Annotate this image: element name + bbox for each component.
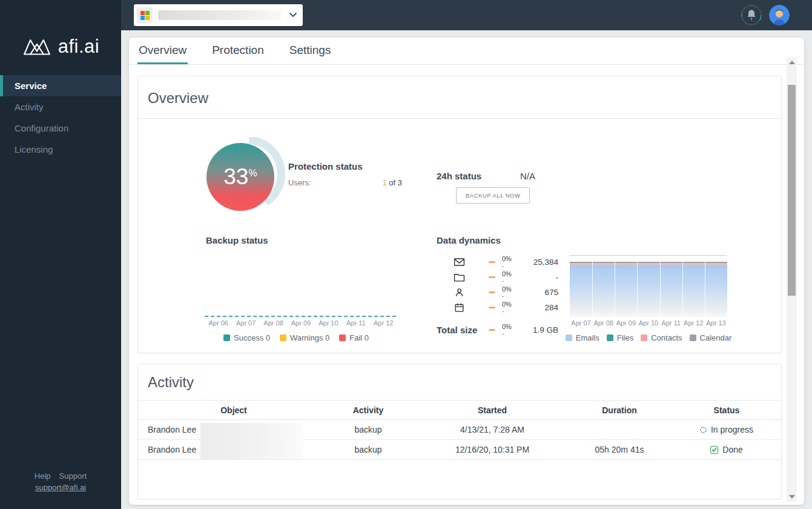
files-swatch-icon (607, 334, 613, 341)
user-avatar[interactable] (769, 5, 790, 25)
status-24h-block: 24h status N/A BACKUP ALL NOW (437, 171, 576, 204)
backup-chart-legend: Success 0 Warnings 0 Fail 0 (223, 333, 369, 342)
sidebar-item-activity[interactable]: Activity (0, 96, 121, 118)
change-percent: 0%- (502, 256, 530, 269)
contacts-count: 675 (530, 288, 558, 297)
change-dash-icon (481, 307, 502, 308)
warnings-swatch-icon (280, 334, 286, 341)
support-email-link[interactable]: support@afi.ai (35, 483, 86, 492)
tick-label: Apr 10 (315, 319, 342, 327)
sidebar-item-service[interactable]: Service (0, 75, 121, 96)
area-chart-legend: Emails Files Contacts Calendar (570, 333, 727, 342)
protection-percent: 33% (223, 164, 257, 190)
area-chart-x-axis: Apr 07 Apr 08 Apr 09 Apr 10 Apr 11 Apr 1… (570, 319, 727, 327)
duration-cell: 05h 20m 41s (568, 445, 671, 454)
sidebar-item-configuration[interactable]: Configuration (0, 118, 121, 139)
legend-fail: Fail 0 (339, 333, 369, 342)
users-label: Users: (288, 178, 311, 187)
tick-label: Apr 09 (287, 319, 314, 327)
area-chart-top-axis (570, 255, 727, 256)
data-row-calendar: 0%- 284 (437, 300, 558, 315)
tick-label: Apr 09 (615, 319, 637, 327)
column-started: Started (417, 405, 568, 415)
protection-donut-chart: 33% (205, 137, 285, 217)
overview-card: Overview 33% Protection status Users: 1 … (137, 76, 782, 353)
overview-card-header: Overview (138, 76, 781, 119)
status-24h-value: N/A (520, 171, 535, 181)
main-panel: Overview Protection Settings Overview 33… (129, 38, 804, 505)
tab-settings[interactable]: Settings (288, 38, 332, 64)
avatar-icon (769, 5, 790, 25)
status-cell: Done (671, 445, 782, 454)
fail-swatch-icon (339, 334, 346, 341)
vertical-scrollbar[interactable] (787, 58, 797, 502)
success-swatch-icon (223, 334, 230, 341)
protection-percent-circle: 33% (206, 143, 274, 211)
notifications-button[interactable] (741, 5, 762, 25)
legend-files: Files (607, 333, 633, 342)
change-dash-icon (481, 276, 502, 278)
change-percent: 0%- (502, 324, 530, 337)
tick-label: Apr 06 (205, 319, 232, 327)
column-activity: Activity (320, 405, 417, 415)
help-link[interactable]: Help (35, 471, 51, 481)
change-percent: 0%- (502, 271, 530, 284)
sidebar-footer: Help Support support@afi.ai (0, 471, 121, 492)
activity-card-header: Activity (138, 364, 781, 401)
total-size-value: 1.9 GB (530, 325, 558, 334)
tenant-selector[interactable] (134, 4, 303, 26)
redacted-tenant-name (158, 10, 281, 20)
contact-icon (437, 287, 481, 298)
tick-label: Apr 11 (342, 319, 369, 327)
sidebar-nav: Service Activity Configuration Licensing (0, 75, 121, 160)
status-label: In progress (711, 425, 753, 434)
chevron-down-icon (289, 13, 297, 18)
status-24h-label: 24h status (437, 171, 520, 181)
backup-all-now-button[interactable]: BACKUP ALL NOW (456, 187, 530, 204)
activity-table-header: Object Activity Started Duration Status (138, 401, 781, 420)
overview-card-title: Overview (148, 90, 771, 107)
legend-success: Success 0 (223, 333, 270, 342)
backup-status-title: Backup status (206, 235, 268, 245)
done-checkbox-icon (710, 446, 718, 454)
folder-icon (437, 272, 481, 282)
tick-label: Apr 08 (592, 319, 615, 327)
backup-chart-baseline (205, 316, 396, 317)
tab-protection[interactable]: Protection (211, 38, 265, 64)
emails-swatch-icon (566, 334, 572, 341)
tick-label: Apr 10 (637, 319, 659, 327)
sidebar: afi.ai Service Activity Configuration Li… (0, 0, 121, 509)
legend-warnings: Warnings 0 (280, 333, 329, 342)
change-dash-icon (481, 329, 502, 331)
total-size-label: Total size (437, 325, 481, 335)
backup-chart-x-axis: Apr 06 Apr 07 Apr 08 Apr 09 Apr 10 Apr 1… (205, 319, 397, 327)
bell-icon (741, 5, 762, 25)
started-cell: 4/13/21, 7:28 AM (417, 425, 568, 434)
calendar-swatch-icon (690, 334, 696, 341)
support-link[interactable]: Support (59, 471, 87, 481)
started-cell: 12/16/20, 10:31 PM (417, 445, 568, 454)
crown-logo-icon (22, 35, 52, 58)
data-row-total-size: Total size 0%- 1.9 GB (437, 322, 558, 338)
status-cell: In progress (671, 425, 782, 434)
column-status: Status (671, 405, 782, 415)
tab-overview[interactable]: Overview (137, 38, 188, 64)
emails-count: 25,384 (530, 258, 558, 267)
status-label: Done (722, 445, 742, 454)
sidebar-item-licensing[interactable]: Licensing (0, 139, 121, 160)
data-dynamics-rows: 0%- 25,384 0%- - 0%- 6 (437, 254, 558, 338)
contacts-swatch-icon (641, 334, 647, 341)
data-row-emails: 0%- 25,384 (437, 254, 558, 270)
scroll-up-arrow-icon[interactable] (789, 61, 795, 64)
scrollbar-thumb[interactable] (788, 85, 796, 296)
legend-calendar: Calendar (690, 333, 732, 342)
tick-label: Apr 07 (570, 319, 592, 327)
change-percent: 0%- (502, 301, 530, 314)
emails-series-area (570, 265, 727, 317)
app-logo-text: afi.ai (58, 36, 99, 58)
scroll-down-arrow-icon[interactable] (789, 495, 795, 499)
in-progress-spinner-icon (700, 427, 707, 433)
tick-label: Apr 13 (705, 319, 727, 327)
topbar (121, 0, 812, 30)
change-percent: 0%- (502, 286, 530, 299)
